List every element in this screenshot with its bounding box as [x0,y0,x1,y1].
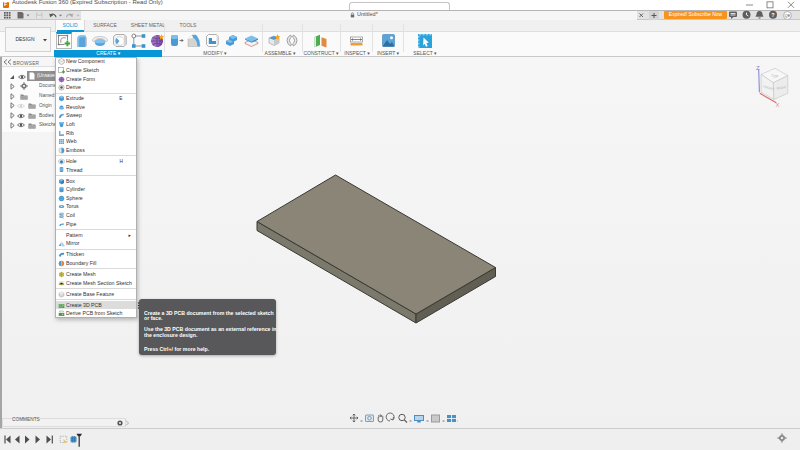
svg-text:X: X [776,102,780,108]
svg-text:Z: Z [756,65,760,71]
